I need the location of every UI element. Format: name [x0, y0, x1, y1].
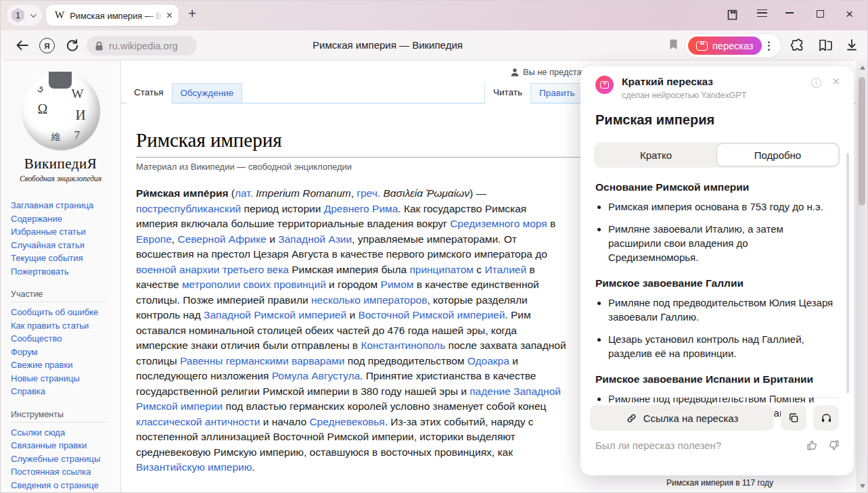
- wiki-tab[interactable]: Обсуждение: [172, 83, 243, 103]
- collections-icon[interactable]: [817, 38, 833, 53]
- tab-counter[interactable]: 1: [7, 5, 42, 26]
- menu-icon[interactable]: [757, 9, 767, 17]
- sidebar-item[interactable]: Содержание: [11, 212, 120, 226]
- window-close-button[interactable]: ×: [846, 7, 853, 20]
- sidebar-item[interactable]: Пожертвовать: [11, 265, 120, 279]
- retell-button[interactable]: “ пересказ: [688, 37, 762, 55]
- sidebar-section-title: Инструменты: [11, 410, 107, 423]
- summary-tab-active[interactable]: Подробно: [716, 143, 839, 166]
- sidebar-item[interactable]: Заглавная страница: [11, 199, 120, 212]
- wiki-tabs-left: СтатьяОбсуждение: [126, 83, 242, 103]
- new-tab-button[interactable]: +: [188, 6, 196, 20]
- wiki-tab[interactable]: Статья: [126, 83, 172, 103]
- article-link[interactable]: метрополии своих провинций: [182, 279, 326, 290]
- browser-tab[interactable]: W Римская империя — В ×: [46, 5, 179, 26]
- scroll-down-arrow[interactable]: [860, 484, 865, 488]
- article-link[interactable]: Восточной Римской империей: [358, 309, 505, 321]
- panel-close-icon[interactable]: ×: [832, 73, 840, 89]
- listen-button[interactable]: [813, 405, 839, 431]
- maximize-button[interactable]: [817, 10, 824, 18]
- sidebar-item[interactable]: Сведения о странице: [11, 479, 120, 492]
- article-link[interactable]: военной анархии третьего века: [136, 264, 289, 275]
- sidebar-item[interactable]: Новые страницы: [11, 372, 120, 385]
- scroll-up-arrow[interactable]: [860, 66, 865, 70]
- scrollbar-thumb[interactable]: [859, 77, 865, 206]
- side-panel-icon[interactable]: [726, 7, 739, 21]
- info-icon[interactable]: i: [811, 78, 821, 88]
- sidebar-item[interactable]: Связанные правки: [11, 439, 120, 452]
- article-link[interactable]: Римом: [381, 279, 414, 290]
- article-link[interactable]: Древнего Рима: [324, 203, 398, 214]
- sidebar-item[interactable]: Сообщить об ошибке: [11, 306, 120, 319]
- more-options-icon[interactable]: [768, 41, 771, 51]
- minimize-button[interactable]: [785, 7, 794, 14]
- sidebar-item[interactable]: Свежие правки: [11, 358, 120, 372]
- sidebar-item[interactable]: Избранные статьи: [11, 225, 120, 239]
- tab-close-icon[interactable]: ×: [166, 10, 173, 21]
- headphones-icon: [820, 412, 833, 424]
- page-title: Римская империя — Википедия: [0, 39, 775, 51]
- summary-bullet: Цезарь установил контроль над Галлией, р…: [608, 332, 838, 360]
- article-link[interactable]: Ромула Августула: [272, 370, 360, 381]
- summary-title: Римская империя: [595, 112, 714, 128]
- person-icon: [510, 68, 520, 77]
- article-link[interactable]: Западной Азии: [278, 233, 352, 245]
- downloads-icon[interactable]: [846, 39, 858, 51]
- sidebar-item[interactable]: Форум: [11, 346, 120, 359]
- article-link[interactable]: лат.: [235, 187, 253, 199]
- wiki-tab[interactable]: Читать: [484, 83, 530, 103]
- article-link[interactable]: Европе: [136, 233, 172, 245]
- sidebar-item[interactable]: Текущие события: [11, 252, 120, 265]
- article-link[interactable]: Северной Африке: [177, 233, 266, 245]
- summary-section-heading: Римское завоевание Галлии: [595, 277, 838, 289]
- sidebar-section-links: Ссылки сюдаСвязанные правкиСлужебные стр…: [11, 426, 120, 493]
- article-link[interactable]: Средиземного моря: [450, 218, 547, 229]
- article-link[interactable]: постреспубликанский: [136, 203, 241, 214]
- sidebar-nav-main: Заглавная страницаСодержаниеИзбранные ст…: [11, 199, 120, 278]
- copy-button[interactable]: [781, 405, 806, 431]
- article-link[interactable]: Константинополь: [361, 339, 445, 351]
- retell-pill: “ пересказ: [685, 34, 781, 57]
- article-link[interactable]: германскими варварами: [226, 355, 345, 367]
- article-link[interactable]: Равенны: [180, 355, 223, 367]
- article-paragraph: Ри́мская импе́рия (лат. Imperium Romanum…: [136, 186, 570, 475]
- article-link[interactable]: Одоакра: [467, 355, 509, 367]
- extensions-puzzle-icon[interactable]: [790, 38, 805, 53]
- summary-bullet-list: Римская империя основана в 753 году до н…: [595, 199, 838, 264]
- thumbs-down-icon[interactable]: [827, 439, 840, 452]
- article-link[interactable]: греч.: [357, 187, 380, 199]
- thumbs-up-icon[interactable]: [806, 439, 819, 452]
- sidebar-item[interactable]: Служебные страницы: [11, 452, 120, 466]
- article-link[interactable]: классической античности: [136, 416, 260, 427]
- sidebar-item[interactable]: Случайная статья: [11, 239, 120, 252]
- sidebar-item[interactable]: Ссылки сюда: [11, 426, 120, 440]
- sidebar-section-links: Сообщить об ошибкеКак править статьиСооб…: [11, 306, 120, 398]
- summary-link-button[interactable]: Ссылка на пересказ: [590, 405, 774, 431]
- text-segment: Государство-предшественник Римской импер…: [136, 491, 376, 493]
- article-link[interactable]: Византийскую империю: [136, 461, 252, 473]
- panel-footer: Ссылка на пересказ: [590, 405, 839, 431]
- panel-scrollbar[interactable]: [846, 153, 849, 394]
- text-segment: и начало: [260, 416, 309, 427]
- article-link[interactable]: несколько императоров: [311, 294, 427, 306]
- wikipedia-globe-logo[interactable]: W И Ω 7 維 ي: [22, 72, 100, 150]
- text-segment: Imperium Romanum: [256, 187, 350, 199]
- wiki-tab[interactable]: Править: [530, 83, 584, 103]
- text-segment: под властью германских королей условно з…: [223, 400, 546, 412]
- article-link[interactable]: принципатом: [409, 264, 474, 275]
- sidebar-item[interactable]: Справка: [11, 385, 120, 398]
- browser-tab-strip: 1 W Римская империя — В × + ×: [0, 0, 868, 30]
- retell-app-icon: “: [595, 76, 614, 94]
- article-link[interactable]: Западной Римской империей: [204, 309, 346, 321]
- bookmark-icon[interactable]: [668, 39, 679, 51]
- article-link[interactable]: Италией: [484, 264, 526, 275]
- sidebar-item[interactable]: Постоянная ссылка: [11, 465, 120, 479]
- text-segment: и городом: [326, 279, 381, 290]
- text-segment: ) —: [470, 187, 486, 199]
- article-link[interactable]: Средневековья: [309, 416, 384, 427]
- chevron-down-icon[interactable]: [30, 11, 37, 18]
- sidebar-item[interactable]: Сообщество: [11, 332, 120, 346]
- sidebar-item[interactable]: Как править статьи: [11, 319, 120, 333]
- summary-tab-inactive[interactable]: Кратко: [595, 143, 716, 166]
- article-link[interactable]: Римская республика: [376, 491, 477, 493]
